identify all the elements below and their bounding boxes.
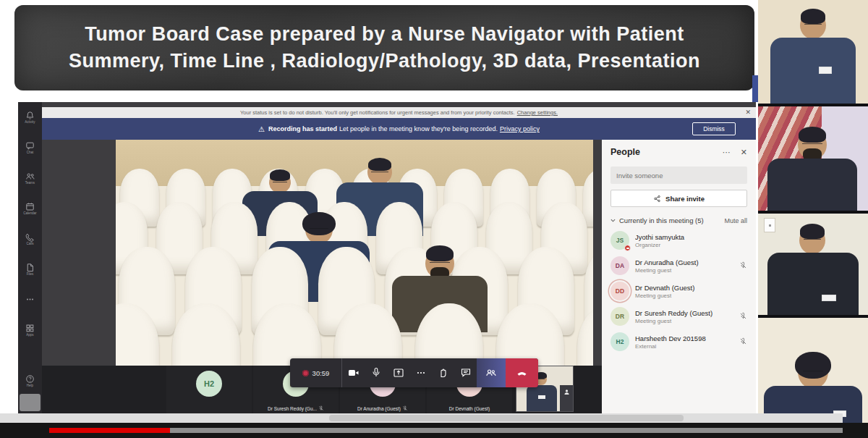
- rail-label: Files: [27, 273, 34, 276]
- rail-label: Activity: [25, 121, 35, 124]
- side-video-man-1: [758, 0, 868, 104]
- close-icon[interactable]: ✕: [741, 148, 747, 157]
- privacy-policy-link[interactable]: Privacy policy: [500, 125, 540, 132]
- tile-label: Dr Devnath (Guest): [449, 406, 490, 411]
- light-switch: [764, 218, 775, 232]
- video-player-bar[interactable]: [0, 423, 868, 438]
- scrollbar-thumb[interactable]: [329, 415, 684, 421]
- tile-label: Dr Anuradha (Guest): [357, 406, 401, 411]
- recording-timer: 30:59: [290, 358, 342, 387]
- people-icon: [25, 172, 35, 181]
- sidebar-item-help[interactable]: Help: [18, 366, 42, 396]
- dnd-text: Your status is set to do not disturb. Yo…: [240, 109, 515, 116]
- bell-icon: [25, 111, 35, 120]
- room-video-stage: [116, 140, 593, 366]
- participant-tile-h2[interactable]: H2: [166, 366, 252, 413]
- change-settings-link[interactable]: Change settings.: [517, 109, 558, 116]
- dnd-notification-bar: Your status is set to do not disturb. Yo…: [42, 107, 756, 118]
- recording-banner-title: Recording has started: [268, 125, 337, 132]
- share-icon: [653, 195, 661, 203]
- horizontal-scrollbar[interactable]: [0, 413, 843, 423]
- sidebar-item-files[interactable]: Files: [18, 254, 42, 285]
- mic-off-icon: [318, 405, 324, 411]
- people-panel: People ⋯ ✕ Share invite Currently in thi…: [602, 140, 756, 413]
- record-dot-icon: [302, 370, 309, 376]
- share-invite-button[interactable]: Share invite: [610, 190, 747, 207]
- avatar: DR: [610, 307, 629, 326]
- mic-off-icon: [739, 310, 747, 323]
- share-invite-label: Share invite: [665, 195, 705, 203]
- phone-icon: [25, 232, 35, 242]
- recording-banner: ⚠ Recording has started Let people in th…: [42, 118, 756, 140]
- participant-row-jyothi[interactable]: JS Jyothi samyuktaOrganizer: [610, 231, 747, 250]
- more-icon: [25, 295, 35, 304]
- hang-up-icon: [516, 367, 528, 379]
- raise-hand-button[interactable]: [432, 358, 454, 387]
- invite-someone-input[interactable]: [610, 167, 747, 184]
- chat-bubble-icon: [460, 367, 472, 379]
- camera-icon: [348, 367, 359, 379]
- rail-label: Calls: [26, 243, 33, 245]
- progress-bar-track: [170, 428, 843, 433]
- chevron-down-icon: [610, 218, 616, 223]
- slide-edge-accent: [752, 75, 758, 102]
- progress-bar-played: [49, 428, 170, 433]
- mic-off-icon: [402, 405, 408, 411]
- avatar: H2: [196, 371, 222, 397]
- help-icon: [25, 374, 35, 384]
- file-icon: [25, 263, 35, 272]
- meeting-toolbar: 30:59: [290, 358, 538, 387]
- avatar: JS: [610, 231, 629, 250]
- sidebar-item-apps[interactable]: Apps: [18, 315, 42, 345]
- person-badge-icon: [563, 385, 570, 398]
- side-video-strip: [758, 0, 868, 438]
- slide-title-line1: Tumor Board Case prepared by a Nurse Nav…: [85, 23, 684, 46]
- dismiss-button[interactable]: Dismiss: [692, 122, 736, 135]
- rail-label: Help: [27, 384, 33, 387]
- rail-bottom-box: [20, 394, 41, 411]
- chat-icon: [25, 141, 35, 151]
- side-video-man-2: [758, 106, 868, 211]
- sidebar-item-calendar[interactable]: Calendar: [18, 193, 42, 224]
- side-video-man-3: [758, 214, 868, 315]
- people-icon: [485, 367, 497, 379]
- calendar-icon: [25, 202, 35, 211]
- more-options-icon: [415, 367, 427, 379]
- slide-title-banner: Tumor Board Case prepared by a Nurse Nav…: [14, 5, 754, 90]
- participant-row-anuradha[interactable]: DA Dr Anuradha (Guest)Meeting guest: [610, 256, 747, 275]
- avatar: H2: [610, 332, 629, 351]
- sidebar-item-calls[interactable]: Calls: [18, 224, 42, 254]
- mic-off-icon: [739, 335, 747, 348]
- mute-all-button[interactable]: Mute all: [724, 217, 747, 224]
- tile-label: Dr Suresh Reddy (Gu...: [268, 406, 317, 411]
- sidebar-item-more[interactable]: [18, 285, 42, 315]
- chat-button[interactable]: [454, 358, 477, 387]
- apps-grid-icon: [25, 324, 35, 333]
- section-currently-in-meeting[interactable]: Currently in this meeting (5): [619, 216, 724, 224]
- rail-label: Teams: [25, 182, 35, 185]
- raise-hand-icon: [438, 367, 449, 379]
- sidebar-item-activity[interactable]: Activity: [18, 102, 42, 132]
- warning-icon: ⚠: [258, 125, 265, 133]
- camera-button[interactable]: [342, 358, 365, 387]
- slide-title-line2: Summery, Time Line , Radiology/Pathology…: [69, 50, 700, 72]
- rail-label: Chat: [27, 151, 34, 154]
- meeting-timer-text: 30:59: [312, 369, 330, 377]
- microphone-icon: [370, 367, 382, 379]
- participant-row-devnath[interactable]: DD Dr Devnath (Guest)Meeting guest: [610, 282, 747, 300]
- rail-label: Calendar: [23, 212, 36, 215]
- more-options-button[interactable]: [409, 358, 432, 387]
- avatar: DA: [610, 256, 629, 275]
- microphone-button[interactable]: [365, 358, 387, 387]
- dnd-status-icon: [624, 245, 631, 251]
- more-options-icon[interactable]: ⋯: [723, 148, 731, 157]
- close-icon[interactable]: ✕: [745, 107, 751, 118]
- people-button-active[interactable]: [477, 358, 506, 387]
- participant-row-suresh[interactable]: DR Dr Suresh Reddy (Guest)Meeting guest: [610, 307, 747, 326]
- sidebar-item-chat[interactable]: Chat: [18, 132, 42, 163]
- participant-row-harsheeth[interactable]: H2 Harsheeth Dev 201598External: [610, 332, 747, 351]
- share-screen-button[interactable]: [387, 358, 409, 387]
- hang-up-button[interactable]: [506, 358, 538, 387]
- sidebar-item-teams[interactable]: Teams: [18, 163, 42, 193]
- rail-label: Apps: [26, 334, 33, 337]
